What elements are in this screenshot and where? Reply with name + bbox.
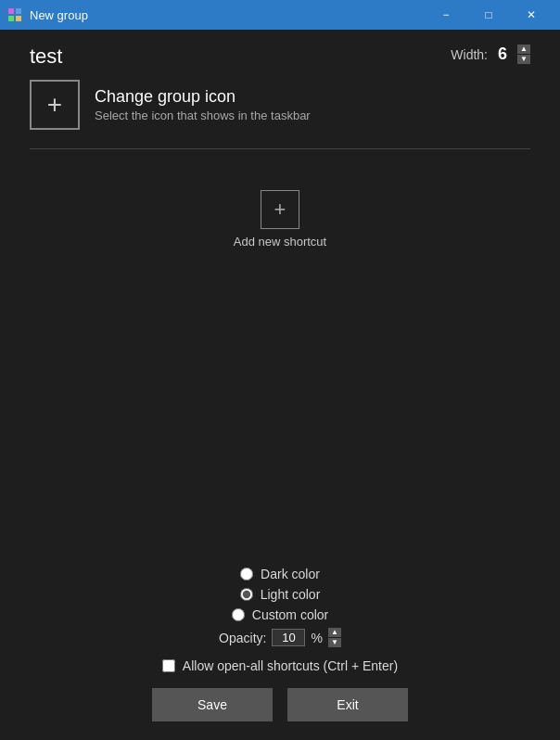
footer-buttons: Save Exit <box>30 688 530 721</box>
width-increase-button[interactable]: ▲ <box>517 45 530 54</box>
svg-rect-2 <box>8 16 14 21</box>
add-shortcut-label: Add new shortcut <box>234 235 326 249</box>
open-all-checkbox[interactable] <box>162 659 175 672</box>
title-bar-text: New group <box>30 8 425 22</box>
width-spinner: ▲ ▼ <box>517 45 530 64</box>
svg-rect-3 <box>16 16 21 21</box>
exit-button[interactable]: Exit <box>287 688 408 721</box>
svg-rect-1 <box>16 8 21 14</box>
minimize-button[interactable]: − <box>425 0 467 30</box>
width-value: 6 <box>493 45 512 64</box>
icon-subtitle: Select the icon that shows in the taskba… <box>95 108 311 122</box>
save-button[interactable]: Save <box>152 688 273 721</box>
icon-info: Change group icon Select the icon that s… <box>95 87 311 122</box>
group-icon-button[interactable]: + <box>30 80 80 130</box>
width-decrease-button[interactable]: ▼ <box>517 55 530 64</box>
shortcuts-area: + Add new shortcut <box>30 172 530 567</box>
light-color-row: Light color <box>240 587 321 602</box>
checkbox-row: Allow open-all shortcuts (Ctrl + Enter) <box>30 658 530 673</box>
width-control: Width: 6 ▲ ▼ <box>451 45 530 64</box>
light-color-radio[interactable] <box>240 588 253 601</box>
main-content: test Width: 6 ▲ ▼ + Change group icon Se… <box>0 30 560 740</box>
custom-color-row: Custom color <box>232 607 328 622</box>
close-button[interactable]: ✕ <box>510 0 553 30</box>
opacity-unit: % <box>311 631 322 645</box>
opacity-decrease-button[interactable]: ▼ <box>328 638 341 647</box>
svg-rect-0 <box>8 8 14 14</box>
custom-color-radio[interactable] <box>232 608 245 621</box>
group-icon-plus: + <box>47 92 62 118</box>
opacity-input[interactable] <box>272 629 305 646</box>
opacity-increase-button[interactable]: ▲ <box>328 628 341 637</box>
title-bar-controls: − □ ✕ <box>425 0 553 30</box>
dark-color-label: Dark color <box>261 567 320 581</box>
options-section: Dark color Light color Custom color Opac… <box>30 567 530 647</box>
dark-color-radio[interactable] <box>240 568 253 581</box>
light-color-label: Light color <box>261 587 321 602</box>
top-row: test Width: 6 ▲ ▼ <box>30 45 530 69</box>
dark-color-row: Dark color <box>240 567 320 581</box>
icon-title: Change group icon <box>95 87 311 107</box>
open-all-label: Allow open-all shortcuts (Ctrl + Enter) <box>183 658 398 673</box>
opacity-spinner: ▲ ▼ <box>328 628 341 647</box>
opacity-row: Opacity: % ▲ ▼ <box>219 628 341 647</box>
icon-section: + Change group icon Select the icon that… <box>30 80 530 130</box>
title-bar: New group − □ ✕ <box>0 0 560 30</box>
group-name: test <box>30 45 62 69</box>
opacity-label: Opacity: <box>219 631 266 645</box>
divider <box>30 148 530 149</box>
custom-color-label: Custom color <box>252 607 328 622</box>
add-shortcut-plus: + <box>274 198 286 222</box>
add-shortcut-icon-box: + <box>261 190 299 229</box>
add-shortcut-button[interactable]: + Add new shortcut <box>234 190 326 249</box>
maximize-button[interactable]: □ <box>467 0 510 30</box>
width-label: Width: <box>451 47 488 62</box>
app-icon <box>7 7 22 22</box>
